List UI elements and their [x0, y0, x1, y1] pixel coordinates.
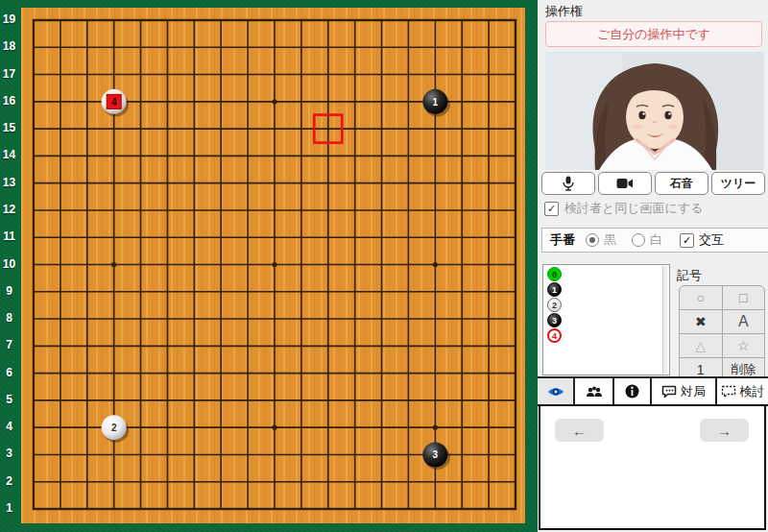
- operation-rights-title: 操作権: [545, 3, 583, 20]
- svg-text:4: 4: [111, 97, 117, 108]
- tree-button[interactable]: ツリー: [711, 172, 765, 195]
- microphone-button[interactable]: [541, 172, 595, 195]
- same-screen-row: ✓ 検討者と同じ画面にする: [544, 201, 704, 216]
- move-nodes: 01234: [543, 265, 669, 343]
- tab-info[interactable]: [614, 378, 652, 404]
- navigation-panel: ← →: [539, 404, 766, 530]
- symbols-toolbar: ○□✖A△☆1削除: [679, 285, 765, 382]
- turn-black-label: 黒: [604, 231, 616, 249]
- move-node[interactable]: 2: [547, 298, 562, 312]
- tab-review-chat[interactable]: 検討: [717, 378, 768, 404]
- eye-icon: [547, 386, 564, 398]
- move-node[interactable]: 0: [547, 267, 562, 281]
- triangle-symbol-button[interactable]: △: [680, 334, 722, 357]
- chat-bubble-dashed-icon: [721, 385, 736, 398]
- move-node[interactable]: 1: [547, 282, 562, 297]
- webcam-video: [545, 52, 764, 170]
- tab-review-label: 検討: [740, 383, 765, 400]
- svg-text:2: 2: [111, 423, 117, 433]
- turn-white-label: 白: [650, 231, 662, 249]
- same-screen-checkbox[interactable]: ✓: [544, 202, 559, 216]
- turn-selector: 手番 黒 白 ✓ 交互: [541, 228, 768, 253]
- next-move-button[interactable]: →: [700, 419, 749, 442]
- tab-board-view[interactable]: [538, 378, 575, 404]
- camera-button[interactable]: [598, 172, 652, 195]
- move-tree-list[interactable]: 01234: [542, 264, 670, 375]
- video-camera-icon: [616, 178, 634, 189]
- circle-symbol-button[interactable]: ○: [680, 286, 722, 309]
- star-symbol-button[interactable]: ☆: [723, 334, 765, 357]
- go-review-app: 19181716151413121110987654321 1234 操作権 ご…: [0, 0, 768, 532]
- same-screen-label: 検討者と同じ画面にする: [564, 200, 704, 217]
- people-icon: [586, 386, 603, 398]
- tab-game-chat[interactable]: 対局: [652, 378, 717, 404]
- info-icon: [625, 384, 639, 399]
- move-node[interactable]: 4: [547, 328, 562, 343]
- media-control-row: 石音 ツリー: [541, 172, 765, 195]
- alternate-checkbox[interactable]: ✓: [680, 233, 694, 248]
- tab-participants[interactable]: [575, 378, 614, 404]
- svg-text:3: 3: [433, 449, 439, 460]
- square-symbol-button[interactable]: □: [723, 286, 765, 309]
- stone-sound-button[interactable]: 石音: [655, 172, 708, 195]
- movelist-scrollbar[interactable]: [662, 266, 667, 374]
- symbols-title: 記号: [677, 267, 702, 284]
- view-tabbar: 対局 検討: [538, 376, 768, 406]
- cross-symbol-button[interactable]: ✖: [680, 310, 722, 333]
- go-board[interactable]: 1234: [0, 0, 538, 532]
- move-node[interactable]: 3: [547, 313, 562, 327]
- go-board-area[interactable]: 19181716151413121110987654321 1234: [0, 0, 538, 532]
- turn-white-radio[interactable]: [632, 233, 645, 247]
- chat-bubble-icon: [661, 385, 677, 398]
- operation-status-badge: ご自分の操作中です: [545, 21, 762, 47]
- tab-game-label: 対局: [681, 383, 706, 400]
- alternate-label: 交互: [699, 231, 724, 249]
- previous-move-button[interactable]: ←: [555, 419, 604, 442]
- microphone-icon: [563, 176, 574, 191]
- turn-title: 手番: [550, 231, 575, 249]
- webcam-portrait-illustration: [545, 52, 764, 170]
- side-panel: 操作権 ご自分の操作中です: [538, 0, 768, 532]
- turn-black-radio[interactable]: [586, 233, 599, 247]
- letter-a-symbol-button[interactable]: A: [723, 310, 765, 333]
- svg-text:1: 1: [433, 97, 439, 108]
